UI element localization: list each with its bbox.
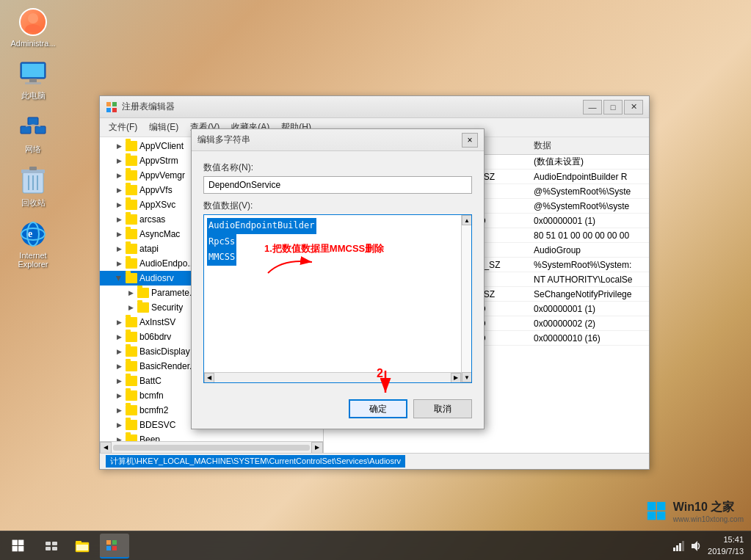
scroll-left-btn[interactable]: ◀ <box>100 442 112 454</box>
svg-rect-41 <box>76 545 88 550</box>
textarea-lines: AudioEndpointBuilder RpcSs MMCSS <box>207 218 458 266</box>
desktop-icon-ie[interactable]: e InternetExplorer <box>7 219 59 269</box>
menu-file[interactable]: 文件(F) <box>103 120 143 135</box>
windows-logo-watermark <box>647 501 667 522</box>
folder-icon <box>137 302 149 313</box>
svg-rect-42 <box>106 540 111 545</box>
data-cell-data: @%SystemRoot%\Syste <box>534 186 645 197</box>
svg-line-10 <box>33 125 40 126</box>
folder-icon-audiosrv <box>126 273 137 283</box>
svg-rect-48 <box>679 543 681 551</box>
tree-label: b06bdrv <box>139 332 171 342</box>
data-cell-data: NT AUTHORITY\LocalSe <box>534 274 645 285</box>
scroll-down-btn[interactable]: ▼ <box>462 372 472 382</box>
minimize-button[interactable]: — <box>583 100 602 114</box>
admin-icon-label: Administra... <box>10 39 55 48</box>
svg-line-9 <box>26 125 33 126</box>
tree-label-audiosrv: Audiosrv <box>139 273 174 283</box>
taskbar-registry-editor[interactable] <box>100 534 129 559</box>
tree-label: bcmfn2 <box>139 405 168 415</box>
line-audioendpoint: AudioEndpointBuilder <box>207 218 316 234</box>
svg-point-0 <box>28 13 38 23</box>
svg-rect-27 <box>647 502 656 510</box>
data-cell-data: 0x00000002 (2) <box>534 319 645 329</box>
tree-arrow: ▶ <box>126 303 135 312</box>
tree-arrow: ▶ <box>115 421 123 429</box>
tree-arrow: ▶ <box>115 391 123 400</box>
scroll-right-btn2[interactable]: ▶ <box>451 373 461 383</box>
tree-label: AppvStrm <box>139 156 178 166</box>
tree-arrow: ▶ <box>115 362 123 371</box>
data-field-section: 数值数据(V): AudioEndpointBuilder RpcSs MMCS… <box>203 200 472 383</box>
folder-icon <box>126 361 137 371</box>
data-cell-data: 0x00000001 (1) <box>534 216 645 226</box>
tree-item-beep[interactable]: ▶ Beep <box>100 432 323 441</box>
system-time: 15:41 2019/7/13 <box>708 534 744 557</box>
svg-text:e: e <box>28 228 32 239</box>
svg-marker-50 <box>692 541 697 551</box>
desktop-icon-admin[interactable]: Administra... <box>7 7 59 48</box>
tree-arrow: ▶ <box>115 244 123 253</box>
svg-rect-47 <box>676 545 678 551</box>
name-field-section: 数值名称(N): <box>203 161 472 194</box>
task-view-button[interactable] <box>37 531 66 561</box>
data-cell-data: AudioGroup <box>534 245 645 255</box>
tree-arrow-expanded: ▶ <box>115 274 123 283</box>
svg-rect-13 <box>29 167 37 170</box>
folder-icon <box>126 434 137 441</box>
tree-label: bcmfn <box>139 390 164 401</box>
scroll-right-btn[interactable]: ▶ <box>311 442 323 454</box>
computer-icon-label: 此电脑 <box>21 90 46 101</box>
cancel-button[interactable]: 取消 <box>413 399 472 418</box>
folder-icon <box>126 229 137 239</box>
tree-arrow: ▶ <box>115 318 123 327</box>
win10-watermark: Win10 之家 www.win10xtong.com <box>647 500 744 523</box>
folder-icon <box>126 376 137 386</box>
close-button[interactable]: ✕ <box>624 100 643 114</box>
task-view-icon <box>45 541 58 551</box>
folder-icon <box>126 170 137 181</box>
status-bar: 计算机\HKEY_LOCAL_MACHINE\SYSTEM\CurrentCon… <box>100 453 649 469</box>
svg-rect-7 <box>35 126 46 134</box>
network-tray-icon <box>672 540 684 552</box>
svg-rect-40 <box>76 541 81 544</box>
desktop-icon-network[interactable]: 网络 <box>7 112 59 155</box>
taskbar: 15:41 2019/7/13 <box>0 531 751 560</box>
start-button[interactable] <box>0 531 37 561</box>
scroll-up-btn[interactable]: ▲ <box>462 215 472 225</box>
tree-label: BattC <box>139 376 162 386</box>
svg-rect-3 <box>22 64 44 77</box>
folder-icon <box>126 346 137 357</box>
folder-icon <box>126 390 137 401</box>
win10-brand-text: Win10 之家 www.win10xtong.com <box>673 500 744 523</box>
scroll-left-btn2[interactable]: ◀ <box>204 373 214 383</box>
desktop-icon-computer[interactable]: 此电脑 <box>7 59 59 101</box>
tree-arrow: ▶ <box>115 156 123 165</box>
svg-rect-24 <box>112 108 117 112</box>
folder-icon <box>126 185 137 195</box>
folder-icon <box>126 258 137 269</box>
folder-icon <box>126 332 137 342</box>
tree-hscrollbar[interactable]: ◀ ▶ <box>100 441 323 453</box>
dialog-body: 数值名称(N): 数值数据(V): AudioEndpointBuilder R… <box>192 151 484 393</box>
data-field-label: 数值数据(V): <box>203 200 472 212</box>
recycle-bin-icon <box>18 166 48 195</box>
dialog-close-button[interactable]: × <box>462 133 478 148</box>
taskbar-file-explorer[interactable] <box>69 534 98 559</box>
tree-arrow: ▶ <box>126 288 135 297</box>
dialog-titlebar: 编辑多字符串 × <box>192 129 484 151</box>
tree-label: arcsas <box>139 214 165 225</box>
start-icon <box>12 539 25 553</box>
menu-edit[interactable]: 编辑(E) <box>143 120 184 135</box>
maximize-button[interactable]: □ <box>603 100 623 114</box>
desktop-icon-recycle[interactable]: 回收站 <box>7 166 59 208</box>
dialog-title-text: 编辑多字符串 <box>197 134 462 146</box>
data-cell-data: 0x00000001 (1) <box>534 304 645 314</box>
ok-button[interactable]: 确定 <box>349 399 407 418</box>
name-field-input[interactable] <box>203 176 472 194</box>
svg-rect-6 <box>21 126 31 134</box>
header-data: 数据 <box>534 139 645 152</box>
clock-date: 2019/7/13 <box>708 546 744 557</box>
win10-main-text: Win10 之家 <box>673 500 744 515</box>
win10-url-text: www.win10xtong.com <box>673 515 744 523</box>
